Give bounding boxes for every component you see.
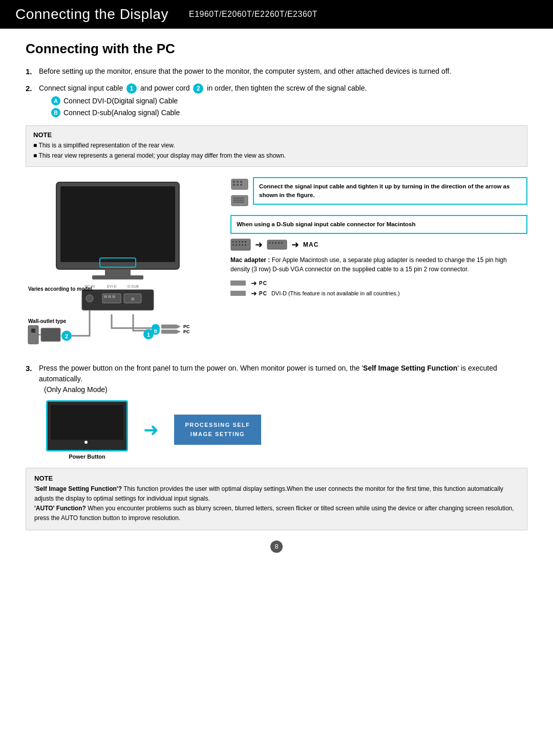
self-image-bold: Self Image Setting Function <box>363 364 457 372</box>
step-2: 2. Connect signal input cable 1 and powe… <box>26 83 527 119</box>
note-1-line-1: This is a simplified representation of t… <box>33 141 520 150</box>
processing-line-1: PROCESSING SELF <box>183 421 252 430</box>
sub-b-text: Connect D-sub(Analog signal) Cable <box>63 107 180 118</box>
svg-rect-23 <box>41 328 60 341</box>
svg-rect-27 <box>33 329 35 333</box>
svg-rect-59 <box>245 244 246 246</box>
svg-text:- - - -: - - - - <box>114 262 122 265</box>
power-button-indicator <box>84 441 88 444</box>
monitor-screen <box>51 405 123 440</box>
processing-box: PROCESSING SELF IMAGE SETTING <box>174 415 261 445</box>
note-box-1: NOTE This is a simplified representation… <box>26 125 527 167</box>
svg-rect-65 <box>281 242 283 244</box>
note-1-text: This is a simplified representation of t… <box>33 141 520 160</box>
svg-rect-57 <box>239 244 240 246</box>
step-3: 3. Press the power button on the front p… <box>26 363 527 395</box>
header-model: E1960T/E2060T/E2260T/E2360T <box>189 10 317 19</box>
step-1-text: Before setting up the monitor, ensure th… <box>39 66 451 77</box>
monitor-small <box>46 400 128 451</box>
steps-list: 1. Before setting up the monitor, ensure… <box>26 66 527 119</box>
callout-1: Connect the signal input cable and tight… <box>253 177 527 205</box>
processing-line-2: IMAGE SETTING <box>183 430 252 439</box>
note-2-title: NOTE <box>34 474 519 482</box>
note-2-bold-1: 'Self Image Setting Function'? <box>34 485 122 492</box>
svg-rect-11 <box>102 294 121 303</box>
svg-text:1: 1 <box>147 332 150 338</box>
svg-rect-53 <box>242 241 243 243</box>
pc-label-1: PC <box>259 280 267 286</box>
svg-marker-33 <box>177 330 181 334</box>
big-arrow: ➜ <box>143 419 159 441</box>
step-2-text-mid: and power cord <box>140 84 190 92</box>
mac-adapter-text: Mac adapter : For Apple Macintosh use, a… <box>230 255 527 274</box>
note-box-2: NOTE 'Self Image Setting Function'? This… <box>26 468 527 530</box>
svg-rect-47 <box>233 200 244 201</box>
main-content: Connecting with the PC 1. Before setting… <box>0 29 553 573</box>
svg-rect-46 <box>233 198 244 199</box>
mac-connector-svg <box>230 237 251 252</box>
page-subtitle: Connecting with the PC <box>26 41 527 57</box>
svg-rect-26 <box>31 329 33 333</box>
pc-arrow-2: ➜ <box>251 289 257 297</box>
svg-point-10 <box>86 295 93 302</box>
arrow-right-icon-2: ➜ <box>291 239 299 250</box>
connector-svg-2 <box>230 193 249 208</box>
note-2-text-2: When you encounter problems such as blur… <box>34 505 514 522</box>
svg-text:PC: PC <box>183 329 190 334</box>
callout-2-container: When using a D-Sub signal input cable co… <box>230 215 527 299</box>
diagram-left: - - - - DC-IN DVI-D D-SUB ▦ <box>26 177 220 353</box>
svg-text:DVI-D: DVI-D <box>107 285 116 288</box>
step-3-section: 3. Press the power button on the front p… <box>26 363 527 460</box>
header-title: Connecting the Display <box>15 6 168 23</box>
note-2-body: 'Self Image Setting Function'? This func… <box>34 484 519 524</box>
svg-rect-32 <box>161 330 177 334</box>
diagram-section: - - - - DC-IN DVI-D D-SUB ▦ <box>26 177 527 353</box>
power-monitor-container: Power Button <box>46 400 128 460</box>
svg-rect-67 <box>230 291 246 296</box>
mac-row: ➜ ➜ MAC <box>230 237 527 252</box>
svg-rect-55 <box>232 244 234 246</box>
svg-text:▦: ▦ <box>131 297 135 300</box>
svg-rect-60 <box>267 240 287 249</box>
step-2-text-after: in order, then tighten the screw of the … <box>207 84 367 92</box>
step-3-text: Press the power button on the front pane… <box>39 363 527 395</box>
svg-rect-43 <box>237 184 239 186</box>
pc-label-2: PC <box>259 291 267 296</box>
sub-item-a: A Connect DVI-D(Digital signal) Cable <box>51 96 367 106</box>
step-3-number: 3. <box>26 363 36 375</box>
svg-rect-2 <box>105 269 131 275</box>
svg-rect-13 <box>108 295 111 298</box>
callout-1-text: Connect the signal input cable and tight… <box>259 183 509 198</box>
svg-rect-41 <box>240 181 242 183</box>
dvi-note: DVI-D (This feature is not available in … <box>271 290 400 296</box>
svg-rect-30 <box>161 325 177 329</box>
monitor-svg: - - - - DC-IN DVI-D D-SUB ▦ <box>26 177 220 351</box>
svg-rect-64 <box>278 242 280 244</box>
pc-connector-svg-1 <box>230 279 249 287</box>
pc-arrow-1: ➜ <box>251 279 257 287</box>
step-3-main-text: Press the power button on the front pane… <box>39 364 497 383</box>
svg-rect-66 <box>230 280 246 286</box>
diagram-right: Connect the signal input cable and tight… <box>230 177 527 299</box>
svg-marker-31 <box>177 325 181 329</box>
pc-row-1: ➜ PC <box>230 279 527 287</box>
svg-text:2: 2 <box>65 333 68 339</box>
svg-rect-51 <box>236 241 237 243</box>
svg-rect-3 <box>92 275 143 279</box>
badge-1: 1 <box>126 83 137 94</box>
power-diagram: Power Button ➜ PROCESSING SELF IMAGE SET… <box>46 400 527 460</box>
svg-rect-61 <box>269 242 270 244</box>
mac-connector-svg-2 <box>267 237 287 252</box>
page-number-container: 8 <box>26 535 527 558</box>
sub-item-b: B Connect D-sub(Analog signal) Cable <box>51 107 367 118</box>
step-1: 1. Before setting up the monitor, ensure… <box>26 66 527 78</box>
badge-b: B <box>51 108 60 117</box>
power-button-label: Power Button <box>69 453 105 460</box>
pc-row-2: ➜ PC DVI-D (This feature is not availabl… <box>230 289 527 297</box>
note-2-bold-2: 'AUTO' Function? <box>34 505 86 512</box>
svg-rect-50 <box>232 241 234 243</box>
step-3-sub: (Only Analog Mode) <box>44 385 108 394</box>
mac-adapter-desc: For Apple Macintosh use, a separate plug… <box>230 256 507 273</box>
svg-rect-44 <box>240 184 242 186</box>
connector-svg-1 <box>230 177 249 191</box>
